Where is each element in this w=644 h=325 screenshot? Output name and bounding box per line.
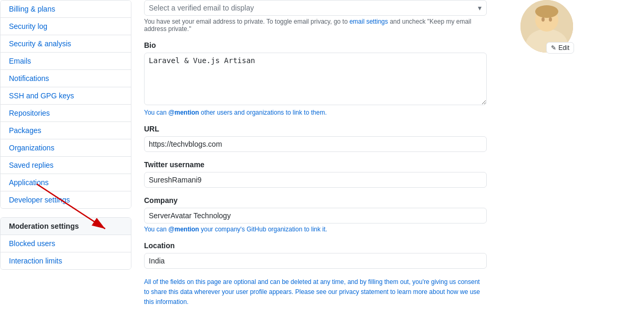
edit-avatar-button[interactable]: ✎ Edit: [546, 42, 574, 54]
bio-mention-keyword: @mention: [168, 109, 199, 116]
svg-point-6: [541, 17, 545, 22]
email-select[interactable]: Select a verified email to display: [144, 0, 487, 16]
sidebar-item-applications[interactable]: Applications: [1, 174, 131, 191]
sidebar-item-saved-replies[interactable]: Saved replies: [1, 157, 131, 174]
bio-input[interactable]: Laravel & Vue.js Artisan: [144, 53, 487, 105]
edit-button-label: Edit: [558, 44, 569, 52]
sidebar-item-interaction-limits[interactable]: Interaction limits: [1, 252, 131, 269]
svg-point-7: [549, 17, 552, 22]
sidebar-item-billing[interactable]: Billing & plans: [1, 1, 131, 18]
moderation-section-header: Moderation settings: [1, 218, 131, 235]
sidebar-item-ssh-keys[interactable]: SSH and GPG keys: [1, 87, 131, 105]
bio-group: Bio Laravel & Vue.js Artisan You can @me…: [144, 41, 487, 116]
sidebar-item-security-analysis[interactable]: Security & analysis: [1, 35, 131, 53]
main-content: Select a verified email to display You h…: [131, 0, 499, 325]
location-label: Location: [144, 241, 487, 250]
url-label: URL: [144, 125, 487, 133]
company-mention-help: You can @mention your company's GitHub o…: [144, 226, 487, 233]
location-group: Location: [144, 241, 487, 269]
company-group: Company You can @mention your company's …: [144, 196, 487, 233]
sidebar-item-notifications[interactable]: Notifications: [1, 70, 131, 87]
profile-area: ✎ Edit: [499, 0, 594, 325]
twitter-label: Twitter username: [144, 160, 487, 169]
privacy-statement-link[interactable]: privacy statement: [339, 288, 389, 296]
svg-point-5: [535, 5, 558, 18]
avatar-container: ✎ Edit: [520, 0, 573, 53]
pencil-icon: ✎: [551, 44, 556, 52]
sidebar-item-emails[interactable]: Emails: [1, 53, 131, 70]
location-input[interactable]: [144, 253, 487, 269]
url-input[interactable]: [144, 136, 487, 152]
sidebar-item-blocked-users[interactable]: Blocked users: [1, 235, 131, 252]
url-group: URL: [144, 125, 487, 152]
sidebar-item-security-log[interactable]: Security log: [1, 18, 131, 35]
sidebar-main-section: Billing & plans Security log Security & …: [0, 0, 131, 209]
bio-mention-help: You can @mention other users and organiz…: [144, 109, 487, 116]
sidebar: Billing & plans Security log Security & …: [0, 0, 131, 325]
email-help-text: You have set your email address to priva…: [144, 18, 487, 33]
sidebar-moderation-section: Moderation settings Blocked users Intera…: [0, 217, 131, 270]
company-label: Company: [144, 196, 487, 205]
company-mention-keyword: @mention: [168, 226, 199, 233]
company-input[interactable]: [144, 208, 487, 224]
sidebar-item-developer-settings[interactable]: Developer settings: [1, 191, 131, 208]
email-settings-link[interactable]: email settings: [350, 18, 388, 25]
sidebar-item-packages[interactable]: Packages: [1, 122, 131, 139]
bio-label: Bio: [144, 41, 487, 49]
email-group: Select a verified email to display You h…: [144, 0, 487, 33]
footer-note: All of the fields on this page are optio…: [144, 277, 487, 308]
twitter-input[interactable]: [144, 172, 487, 188]
twitter-group: Twitter username: [144, 160, 487, 188]
sidebar-item-organizations[interactable]: Organizations: [1, 139, 131, 157]
sidebar-item-repositories[interactable]: Repositories: [1, 105, 131, 122]
